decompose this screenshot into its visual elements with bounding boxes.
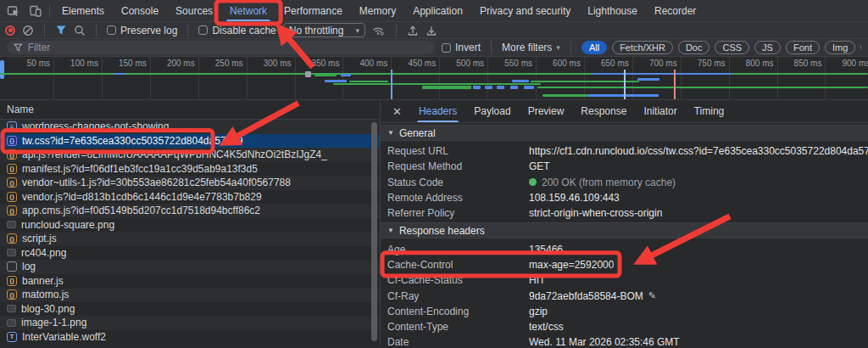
request-name: banner.js	[22, 275, 64, 287]
filter-chip-js[interactable]: JS	[754, 41, 781, 54]
details-tab-response[interactable]: Response	[572, 100, 635, 122]
throttling-dropdown[interactable]: No throttling ▾	[283, 23, 365, 37]
header-name: Remote Address	[381, 192, 529, 204]
export-har-icon[interactable]	[407, 25, 419, 36]
request-row[interactable]: rc404.png	[0, 246, 380, 261]
request-name: vendor.js?id=d813b1cdb6c1446c1d9e4e7783b…	[22, 191, 262, 203]
details-tab-initiator[interactable]: Initiator	[635, 100, 685, 122]
import-har-icon[interactable]	[426, 25, 437, 36]
filter-chip-css[interactable]: CSS	[715, 41, 749, 54]
tab-privacy-and-security[interactable]: Privacy and security	[471, 0, 579, 21]
request-row[interactable]: ()app.cms.js?id=f0d5149b5d207cc1d7518d94…	[0, 204, 380, 218]
filter-chip-fetch-xhr[interactable]: Fetch/XHR	[612, 41, 673, 54]
header-name: Cache-Control	[381, 259, 529, 271]
clear-network-log-icon[interactable]	[22, 25, 34, 36]
tab-memory[interactable]: Memory	[351, 0, 404, 21]
request-row[interactable]: ()vendor~utils-1.js?id=30b553ae86281c25f…	[0, 176, 380, 190]
requests-scrollbar[interactable]	[371, 122, 377, 341]
header-value-text: HIT	[529, 274, 545, 286]
header-value-text: strict-origin-when-cross-origin	[529, 207, 662, 219]
tab-elements[interactable]: Elements	[53, 0, 113, 21]
request-row[interactable]: ()api.js?render=6LfmMcIUAAAAAPqWPbHNC4K5…	[0, 148, 380, 162]
network-overview-timeline[interactable]: 50 ms100 ms150 ms200 ms250 ms300 ms350 m…	[0, 57, 868, 100]
header-name: Status Code	[381, 177, 529, 188]
ruler-tick-label: 400 ms	[343, 59, 387, 68]
header-row-cf-ray: Cf-Ray9da72aebfda58584-BOM✎	[381, 288, 868, 303]
details-tab-label: Headers	[419, 105, 457, 117]
tab-performance[interactable]: Performance	[275, 0, 351, 21]
search-icon[interactable]	[74, 25, 86, 36]
disclosure-triangle-icon: ▼	[387, 129, 394, 137]
waterfall-bar	[314, 74, 337, 76]
doc-file-icon: ≡	[7, 121, 17, 132]
request-row[interactable]: ()manifest.js?id=f06df1eb3fcc19a1cc39d5a…	[0, 162, 380, 177]
waterfall-bar	[113, 73, 126, 75]
checkbox[interactable]	[198, 25, 208, 35]
request-row[interactable]: image-1-1.png	[0, 316, 380, 330]
request-row[interactable]: ()banner.js	[0, 274, 380, 289]
checkbox[interactable]	[107, 25, 116, 35]
details-tab-payload[interactable]: Payload	[465, 100, 519, 122]
tab-label: Memory	[359, 5, 396, 17]
request-name: blog-30.png	[21, 303, 75, 315]
header-value: 135466	[529, 244, 563, 255]
ruler-tick-label: 750 ms	[682, 59, 726, 68]
request-name: wordpress-changes-not-showing	[22, 121, 169, 132]
tab-label: Console	[121, 5, 159, 17]
request-row[interactable]: log	[0, 260, 380, 274]
more-filters-dropdown[interactable]: More filters ▾	[502, 42, 560, 53]
js-file-icon: ()	[7, 164, 17, 174]
header-value: 200 OK (from memory cache)	[529, 177, 676, 188]
filter-chip-img[interactable]: Img	[825, 41, 855, 54]
section-rows: Request URLhttps://cf1.cdn.runcloud.io/c…	[381, 141, 868, 221]
details-tab-headers[interactable]: Headers	[410, 100, 465, 122]
tab-application[interactable]: Application	[404, 0, 471, 21]
tab-lighthouse[interactable]: Lighthouse	[579, 0, 646, 21]
filter-chip-doc[interactable]: Doc	[678, 41, 710, 54]
request-row[interactable]: blog-30.png	[0, 302, 380, 317]
filter-chip-font[interactable]: Font	[786, 41, 820, 54]
waterfall-bar	[512, 80, 529, 82]
request-row[interactable]: ()script.js	[0, 232, 380, 246]
device-toolbar-icon[interactable]	[29, 4, 42, 18]
tab-sources[interactable]: Sources	[167, 0, 221, 21]
header-row-request-method: Request MethodGET	[381, 159, 868, 174]
details-tab-timing[interactable]: Timing	[686, 100, 733, 122]
inspect-element-icon[interactable]	[7, 4, 20, 18]
filter-chip-media[interactable]: Media	[860, 41, 861, 54]
request-row[interactable]: runcloud-square.png	[0, 218, 380, 233]
filter-input[interactable]	[28, 42, 428, 53]
section-header-response-headers[interactable]: ▼Response headers	[381, 222, 868, 239]
request-row[interactable]: TInterVariable.woff2	[0, 330, 380, 345]
request-row[interactable]: ()vendor.js?id=d813b1cdb6c1446c1d9e4e778…	[0, 190, 380, 205]
record-button[interactable]	[5, 25, 15, 36]
checkbox[interactable]	[442, 43, 451, 53]
filter-chip-all[interactable]: All	[581, 41, 607, 54]
network-conditions-icon[interactable]	[372, 25, 386, 36]
request-name: tw.css?id=7e635cea330cc5035722d804da57ff…	[22, 135, 242, 147]
tab-recorder[interactable]: Recorder	[646, 0, 704, 21]
network-toolbar: Preserve log Disable cache No throttling…	[0, 22, 868, 39]
request-row[interactable]: ≡wordpress-changes-not-showing	[0, 120, 380, 134]
request-row[interactable]: ()matomo.js	[0, 288, 380, 302]
tab-network[interactable]: Network	[221, 0, 275, 21]
ruler-tick-label: 450 ms	[392, 59, 436, 68]
request-name: rc404.png	[21, 247, 66, 259]
tab-console[interactable]: Console	[113, 0, 167, 21]
filter-input-container[interactable]	[7, 41, 435, 54]
tab-label: Sources	[175, 5, 213, 17]
filter-funnel-icon[interactable]	[55, 25, 67, 36]
details-tab-preview[interactable]: Preview	[520, 100, 573, 122]
invert-checkbox[interactable]: Invert	[442, 42, 481, 53]
edit-pencil-icon[interactable]: ✎	[648, 290, 656, 301]
details-tab-label: Timing	[694, 105, 725, 117]
disable-cache-checkbox[interactable]: Disable cache	[198, 25, 275, 36]
overview-drag-handle[interactable]	[0, 60, 4, 79]
request-row[interactable]: {}tw.css?id=7e635cea330cc5035722d804da57…	[0, 134, 380, 149]
waterfall-bar	[305, 71, 311, 77]
close-details-icon[interactable]: ✕	[386, 100, 409, 122]
preserve-log-checkbox[interactable]: Preserve log	[107, 25, 177, 36]
invert-label: Invert	[455, 42, 481, 53]
section-header-general[interactable]: ▼General	[381, 125, 868, 141]
name-column-header[interactable]: Name	[0, 100, 380, 120]
